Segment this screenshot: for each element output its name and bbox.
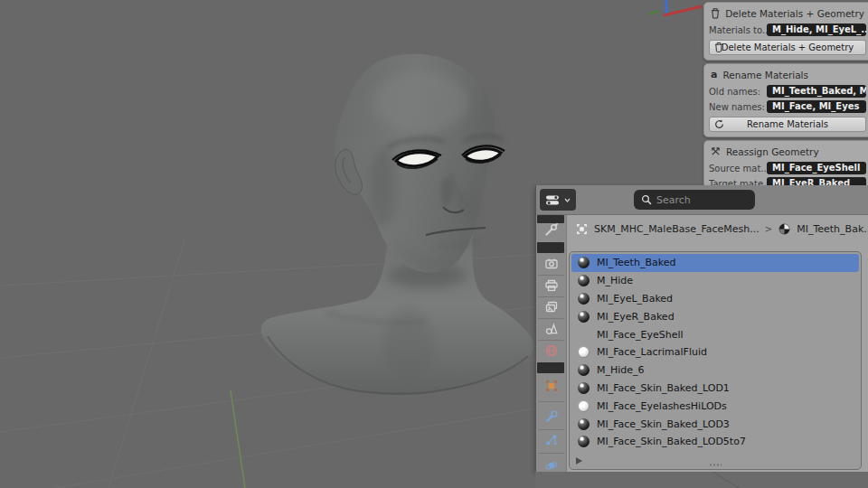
material-slot-row[interactable]: MI_EyeL_Baked (571, 290, 859, 308)
material-slot-row[interactable]: MI_Face_Skin_Baked_LOD1 (571, 380, 859, 398)
tab-scene[interactable] (540, 318, 562, 340)
modifier-wrench-icon (544, 409, 559, 424)
blender-window: Delete Materials + Geometry Materials to… (0, 0, 868, 488)
button-label: Delete Materials + Geometry (710, 42, 865, 52)
field-row: Old names: MI_Teeth_Baked, MI_EyeR_Baked (709, 84, 866, 99)
material-name: MI_EyeL_Baked (597, 293, 673, 305)
viewport-strip-below-panel[interactable] (535, 472, 868, 488)
material-slot-row[interactable]: MI_Teeth_Baked (571, 254, 859, 272)
material-slot-row[interactable]: MI_Face_EyeShell (571, 325, 859, 343)
search-placeholder: Search (656, 194, 691, 206)
material-sphere-icon (578, 293, 590, 305)
material-sphere-icon (578, 418, 590, 430)
scene-properties-icon (544, 322, 559, 336)
tab-separator (537, 242, 564, 253)
material-name: MI_Face_Skin_Baked_LOD1 (597, 382, 730, 394)
field-label: Old names: (709, 87, 767, 97)
object-data-icon (575, 222, 589, 236)
breadcrumb: SKM_MHC_MaleBase_FaceMesh... > MI_Teeth_… (567, 215, 868, 242)
tab-output[interactable] (540, 275, 562, 296)
material-slot-row[interactable]: M_Hide (571, 272, 859, 290)
tab-separator (537, 362, 564, 373)
particles-icon (544, 433, 559, 447)
old-names-field[interactable]: MI_Teeth_Baked, MI_EyeR_Baked (767, 85, 866, 98)
material-properties-area: SKM_MHC_MaleBase_FaceMesh... > MI_Teeth_… (567, 215, 868, 472)
properties-tab-column (536, 215, 567, 472)
editor-type-button[interactable] (540, 189, 576, 211)
material-name: M_Hide (597, 275, 633, 286)
breadcrumb-object[interactable]: SKM_MHC_MaleBase_FaceMesh... (575, 222, 760, 236)
world-properties-icon (544, 343, 559, 358)
view-layer-properties-icon (544, 300, 559, 314)
breadcrumb-material-label: MI_Teeth_Bak... (797, 223, 868, 235)
material-name: MI_Teeth_Baked (597, 257, 675, 268)
search-input[interactable]: Search (634, 190, 755, 210)
crossed-arrows-icon (711, 146, 721, 156)
reassign-geometry-panel-header[interactable]: Reassign Geometry (709, 144, 866, 160)
tab-render[interactable] (540, 253, 562, 275)
no-icon-spacer (578, 329, 590, 341)
field-label: Materials to... (709, 25, 767, 35)
render-properties-icon (544, 257, 559, 271)
tab-modifiers[interactable] (540, 406, 562, 427)
material-sphere-icon (578, 257, 590, 268)
field-row: New names: MI_Face, MI_Eyes (709, 99, 866, 114)
material-slots-list: MI_Teeth_BakedM_HideMI_EyeL_BakedMI_EyeR… (569, 251, 862, 470)
rename-materials-panel-header[interactable]: a Rename Materials (709, 67, 866, 83)
operator-panel-stack: Delete Materials + Geometry Materials to… (703, 2, 868, 214)
tab-tool[interactable] (540, 219, 562, 240)
field-row: Source mat... MI_Face_EyeShell (709, 161, 866, 175)
breadcrumb-material[interactable]: MI_Teeth_Bak... (778, 222, 868, 236)
new-names-field[interactable]: MI_Face, MI_Eyes (767, 100, 866, 113)
material-sphere-icon (578, 436, 590, 447)
material-name: MI_Face_EyelashesHiLODs (597, 400, 727, 412)
tool-icon (543, 222, 559, 238)
chevron-down-icon (564, 198, 571, 202)
properties-editor-icon (545, 194, 561, 206)
delete-materials-panel-header[interactable]: Delete Materials + Geometry (709, 5, 866, 22)
material-sphere-icon (578, 400, 590, 412)
panel-title: Delete Materials + Geometry (725, 8, 864, 19)
material-sphere-icon (578, 275, 590, 286)
material-slot-row[interactable]: MI_Face_LacrimalFluid (571, 343, 859, 361)
head-model[interactable] (261, 54, 534, 395)
material-slot-row[interactable]: MI_Face_EyelashesHiLODs (571, 397, 859, 415)
physics-icon (544, 458, 559, 473)
material-sphere-icon (578, 311, 590, 323)
grid-y-axis-line (231, 390, 245, 488)
tab-world[interactable] (540, 340, 562, 361)
delete-materials-button[interactable]: Delete Materials + Geometry (709, 40, 866, 55)
list-resize-grip[interactable] (709, 464, 722, 466)
material-name: MI_EyeR_Baked (597, 311, 675, 323)
font-icon: a (711, 70, 717, 80)
material-name: MI_Face_EyeShell (597, 329, 684, 341)
material-slot-row[interactable]: MI_Face_Skin_Baked_LOD3 (571, 415, 859, 433)
tab-object[interactable] (540, 375, 562, 397)
button-label: Rename Materials (710, 119, 865, 129)
tab-view-layer[interactable] (540, 296, 562, 318)
list-expand-arrow-icon[interactable] (576, 457, 582, 465)
axis-gizmo (649, 0, 702, 15)
material-name: M_Hide_6 (597, 364, 645, 376)
material-name: MI_Face_Skin_Baked_LOD5to7 (597, 436, 746, 447)
material-slot-row[interactable]: MI_EyeR_Baked (571, 307, 859, 325)
properties-editor: Search (535, 185, 868, 472)
trash-icon (714, 42, 723, 52)
material-name: MI_Face_LacrimalFluid (597, 346, 707, 358)
material-slot-row[interactable]: MI_Face_Skin_Baked_LOD5to7 (571, 433, 859, 451)
trash-icon (711, 7, 720, 19)
field-row: Materials to... M_Hide, MI_EyeL_..., MI_… (709, 23, 866, 37)
material-sphere-icon (578, 382, 590, 394)
panel-title: Reassign Geometry (726, 146, 819, 157)
breadcrumb-separator: > (765, 224, 772, 234)
delete-materials-panel: Delete Materials + Geometry Materials to… (703, 2, 868, 61)
refresh-icon (714, 118, 724, 129)
material-slot-row[interactable]: M_Hide_6 (571, 361, 859, 380)
tab-particles[interactable] (540, 429, 562, 451)
rename-materials-button[interactable]: Rename Materials (709, 117, 866, 132)
material-rows: MI_Teeth_BakedM_HideMI_EyeL_BakedMI_EyeR… (571, 254, 859, 451)
object-properties-icon (544, 379, 559, 393)
source-material-field[interactable]: MI_Face_EyeShell (767, 162, 866, 174)
materials-to-field[interactable]: M_Hide, MI_EyeL_..., MI_Face_EyeShell (767, 23, 866, 36)
material-sphere-icon (778, 222, 791, 236)
